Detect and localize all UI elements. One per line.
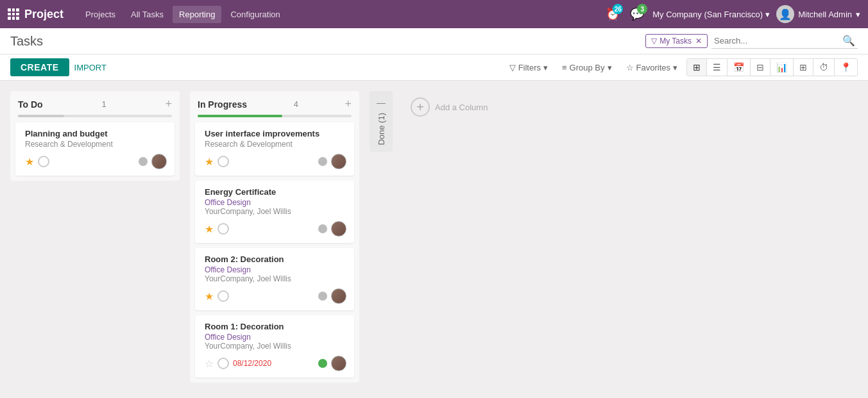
column-add-inprogress[interactable]: +	[345, 97, 352, 111]
star-button[interactable]: ★	[205, 156, 214, 168]
card-extra: YourCompany, Joel Willis	[205, 342, 346, 351]
status-circle[interactable]	[217, 290, 229, 302]
status-circle[interactable]	[38, 156, 49, 167]
card-title: Room 2: Decoration	[205, 254, 346, 264]
graph-view-button[interactable]: 📊	[770, 59, 794, 76]
toolbar: CREATE IMPORT ▽ Filters ▾ ≡ Group By ▾ ☆…	[0, 54, 868, 81]
inprogress-progress-bar	[198, 115, 352, 117]
user-dropdown-icon: ▾	[856, 10, 860, 19]
import-button[interactable]: IMPORT	[74, 63, 106, 72]
filters-label: Filters	[518, 63, 541, 72]
status-dot	[139, 157, 148, 166]
assignee-avatar	[331, 288, 346, 304]
filters-button[interactable]: ▽ Filters ▾	[504, 60, 553, 75]
card-ui-improvements[interactable]: User interface improvements Research & D…	[195, 122, 354, 176]
toolbar-right: ▽ Filters ▾ ≡ Group By ▾ ☆ Favorites ▾ ⊞…	[504, 58, 858, 76]
assignee-avatar	[331, 154, 346, 169]
card-footer: ☆ 08/12/2020	[205, 356, 346, 371]
spreadsheet-view-button[interactable]: ⊞	[794, 59, 813, 76]
subheader-right: ▽ My Tasks ✕ 🔍	[645, 33, 858, 49]
calendar-view-button[interactable]: 📅	[728, 59, 751, 76]
company-selector[interactable]: My Company (San Francisco) ▾	[652, 10, 770, 19]
column-inprogress: In Progress 4 + User interface improveme…	[190, 91, 359, 383]
clock-view-button[interactable]: ⏱	[813, 59, 835, 76]
collapsed-label: Done (1)	[377, 113, 386, 145]
assignee-avatar	[331, 221, 346, 236]
create-button[interactable]: CREATE	[10, 58, 69, 76]
status-circle[interactable]	[217, 358, 229, 369]
status-dot	[318, 292, 327, 301]
chat-notification[interactable]: 💬 3	[628, 5, 646, 23]
filter-chip[interactable]: ▽ My Tasks ✕	[645, 34, 708, 48]
assignee-avatar	[151, 154, 167, 169]
groupby-label: Group By	[570, 63, 605, 72]
search-input[interactable]	[714, 36, 842, 46]
groupby-button[interactable]: ≡ Group By ▾	[557, 60, 617, 75]
add-column-plus-icon: +	[411, 97, 430, 117]
pivot-view-button[interactable]: ⊟	[751, 59, 770, 76]
card-subtitle: Research & Development	[25, 140, 167, 149]
top-nav: Project Projects All Tasks Reporting Con…	[0, 0, 868, 28]
card-title: Energy Certificate	[205, 187, 346, 197]
status-dot	[318, 224, 327, 233]
clock-notification[interactable]: ⏰ 26	[604, 5, 622, 23]
groupby-chevron-icon: ▾	[608, 63, 612, 72]
column-todo: To Do 1 + Planning and budget Research &…	[10, 91, 180, 181]
groupby-icon: ≡	[562, 63, 567, 72]
chat-count: 3	[637, 4, 647, 14]
card-energy-certificate[interactable]: Energy Certificate Office Design YourCom…	[195, 181, 354, 243]
user-menu[interactable]: 👤 Mitchell Admin ▾	[776, 5, 860, 23]
card-room1-decoration[interactable]: Room 1: Decoration Office Design YourCom…	[195, 315, 354, 377]
status-circle[interactable]	[217, 223, 229, 235]
card-date: 08/12/2020	[233, 359, 271, 368]
favorites-button[interactable]: ☆ Favorites ▾	[621, 60, 683, 75]
card-title: Room 1: Decoration	[205, 322, 346, 331]
view-icons: ⊞ ☰ 📅 ⊟ 📊 ⊞ ⏱ 📍	[686, 58, 858, 76]
status-circle[interactable]	[217, 156, 229, 167]
card-planning-budget[interactable]: Planning and budget Research & Developme…	[15, 122, 174, 176]
inprogress-progress-fill	[198, 115, 282, 117]
list-view-button[interactable]: ☰	[707, 59, 728, 76]
user-name: Mitchell Admin	[798, 10, 852, 19]
add-column-button[interactable]: + Add a Column	[403, 91, 495, 123]
card-title: User interface improvements	[205, 129, 346, 138]
status-dot	[318, 157, 327, 166]
clock-count: 26	[613, 4, 623, 14]
star-icon: ☆	[626, 63, 634, 72]
filter-label: My Tasks	[660, 37, 692, 46]
star-button[interactable]: ★	[25, 156, 34, 168]
user-avatar: 👤	[776, 5, 794, 23]
nav-projects[interactable]: Projects	[79, 6, 122, 23]
add-column-label: Add a Column	[435, 103, 488, 112]
company-dropdown-icon: ▾	[765, 10, 770, 19]
kanban-view-button[interactable]: ⊞	[687, 59, 707, 76]
main-nav: Projects All Tasks Reporting Configurati…	[79, 6, 287, 23]
column-count-inprogress: 4	[294, 99, 298, 109]
column-done-collapsed[interactable]: — Done (1)	[370, 91, 393, 152]
card-extra: YourCompany, Joel Willis	[205, 207, 346, 216]
favorites-chevron-icon: ▾	[673, 63, 677, 72]
card-subtitle: Research & Development	[205, 140, 346, 149]
card-title: Planning and budget	[25, 129, 167, 138]
search-button[interactable]: 🔍	[842, 35, 855, 47]
column-count-todo: 1	[101, 99, 106, 109]
column-header-todo: To Do 1 +	[10, 91, 180, 115]
star-button[interactable]: ★	[205, 223, 214, 235]
company-name: My Company (San Francisco)	[652, 10, 763, 19]
star-button[interactable]: ☆	[205, 358, 214, 370]
column-add-todo[interactable]: +	[165, 97, 172, 111]
filter-remove-icon[interactable]: ✕	[695, 37, 702, 46]
card-footer: ★	[205, 288, 346, 304]
card-room2-decoration[interactable]: Room 2: Decoration Office Design YourCom…	[195, 248, 354, 310]
column-title-inprogress: In Progress	[198, 99, 247, 110]
app-title: Project	[24, 8, 64, 21]
nav-configuration[interactable]: Configuration	[224, 6, 286, 23]
nav-reporting[interactable]: Reporting	[173, 6, 221, 23]
star-button[interactable]: ★	[205, 290, 214, 303]
app-logo[interactable]: Project	[8, 8, 64, 21]
nav-alltasks[interactable]: All Tasks	[124, 6, 170, 23]
map-view-button[interactable]: 📍	[835, 59, 857, 76]
card-footer: ★	[205, 154, 346, 169]
column-title-todo: To Do	[18, 99, 43, 110]
assignee-avatar	[331, 356, 346, 371]
